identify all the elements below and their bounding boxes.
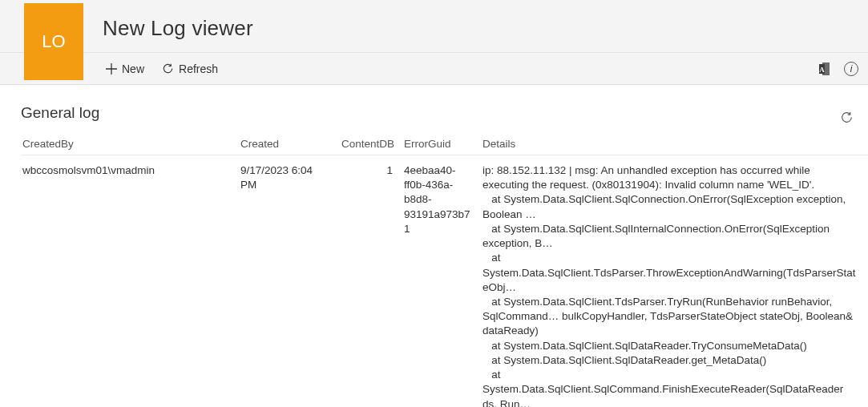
app-tile-initials: LO bbox=[42, 31, 65, 52]
main-pane: General log CreatedBy Created ContentDB … bbox=[0, 85, 868, 407]
col-header-details[interactable]: Details bbox=[481, 133, 868, 155]
app-tile: LO bbox=[24, 3, 83, 80]
refresh-label: Refresh bbox=[179, 62, 218, 75]
section-title: General log bbox=[21, 104, 99, 122]
new-button[interactable]: New bbox=[106, 53, 144, 84]
col-header-errorguid[interactable]: ErrorGuid bbox=[402, 133, 481, 155]
info-icon[interactable]: i bbox=[844, 62, 858, 76]
col-header-created[interactable]: Created bbox=[239, 133, 340, 155]
office-apps-icon[interactable]: A bbox=[818, 62, 833, 76]
command-bar: New Refresh A i bbox=[0, 53, 868, 85]
log-table: CreatedBy Created ContentDB ErrorGuid De… bbox=[21, 133, 868, 407]
cell-createdby: wbccosmolsvm01\vmadmin bbox=[21, 155, 239, 408]
new-label: New bbox=[122, 62, 144, 75]
section-refresh-icon[interactable] bbox=[840, 111, 854, 127]
table-header-row: CreatedBy Created ContentDB ErrorGuid De… bbox=[21, 133, 868, 155]
col-header-contentdb[interactable]: ContentDB bbox=[340, 133, 402, 155]
cell-contentdb: 1 bbox=[340, 155, 402, 408]
col-header-createdby[interactable]: CreatedBy bbox=[21, 133, 239, 155]
table-row[interactable]: wbccosmolsvm01\vmadmin 9/17/2023 6:04 PM… bbox=[21, 155, 868, 408]
cell-errorguid: 4eebaa40-ff0b-436a-b8d8-93191a973b71 bbox=[402, 155, 481, 408]
refresh-icon bbox=[162, 62, 174, 75]
refresh-button[interactable]: Refresh bbox=[162, 53, 218, 84]
cell-details: ip: 88.152.11.132 | msg: An unhandled ex… bbox=[481, 155, 868, 408]
app-header: LO New Log viewer bbox=[0, 0, 868, 53]
page-title: New Log viewer bbox=[103, 16, 253, 41]
plus-icon bbox=[106, 63, 117, 75]
svg-text:A: A bbox=[819, 65, 825, 73]
cell-created: 9/17/2023 6:04 PM bbox=[239, 155, 340, 408]
